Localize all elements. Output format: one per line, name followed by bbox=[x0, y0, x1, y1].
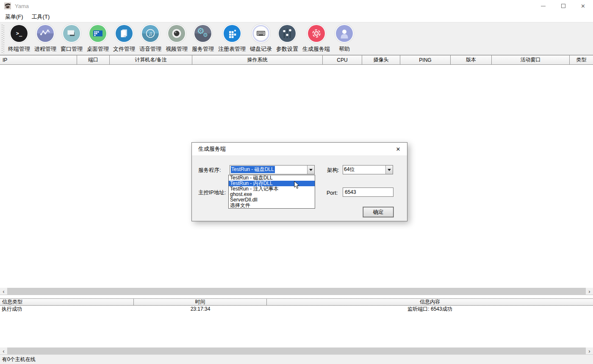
camera-eye-icon bbox=[168, 25, 185, 42]
dropdown-item[interactable]: 选择文件 bbox=[229, 203, 315, 208]
scrollbar-thumb[interactable] bbox=[7, 347, 586, 354]
dialog-close-button[interactable]: ✕ bbox=[389, 143, 407, 155]
top-horizontal-scrollbar: ‹ › bbox=[0, 288, 593, 295]
svg-text:♫: ♫ bbox=[148, 30, 152, 37]
toolbar-item-label: 进程管理 bbox=[34, 45, 56, 53]
service-program-value: TestRun - 磁盘DLL bbox=[231, 166, 275, 173]
toolbar-gripper-icon[interactable] bbox=[2, 25, 4, 53]
maximize-icon bbox=[561, 4, 565, 8]
toolbar-item-label: 终端管理 bbox=[8, 45, 30, 53]
toolbar-item-label: 参数设置 bbox=[276, 45, 298, 53]
column-header-ip[interactable]: IP bbox=[0, 55, 77, 64]
host-list-header: IP 端口 计算机名/备注 操作系统 CPU 摄像头 PING 版本 活动窗口 … bbox=[0, 55, 593, 65]
dropdown-item[interactable]: TestRun - 注入记事本 bbox=[229, 186, 315, 192]
ok-button-label: 确定 bbox=[373, 209, 384, 216]
log-cell-content: 监听端口: 6543成功 bbox=[267, 306, 593, 313]
scroll-right-icon[interactable]: › bbox=[586, 347, 593, 354]
log-cell-time: 23:17:34 bbox=[134, 306, 267, 312]
window-icon bbox=[63, 25, 80, 42]
toolbar-item-desktop[interactable]: 桌面管理 bbox=[85, 22, 111, 53]
column-header-message-type[interactable]: 信息类型 bbox=[0, 299, 134, 305]
desktop-icon bbox=[89, 25, 106, 42]
toolbar-item-window[interactable]: 窗口管理 bbox=[58, 22, 85, 53]
dropdown-item[interactable]: TestRun - 磁盘DLL bbox=[229, 175, 315, 181]
column-header-camera[interactable]: 摄像头 bbox=[362, 55, 400, 64]
toolbar-item-label: 注册表管理 bbox=[218, 45, 246, 53]
column-header-message-content[interactable]: 信息内容 bbox=[267, 299, 593, 305]
toolbar-item-terminal[interactable]: >_ 终端管理 bbox=[6, 22, 32, 53]
file-icon bbox=[116, 25, 133, 42]
toolbar-item-process[interactable]: 进程管理 bbox=[32, 22, 58, 53]
dropdown-item[interactable]: ghost.exe bbox=[229, 192, 315, 197]
close-button[interactable]: ✕ bbox=[573, 0, 593, 12]
dialog-titlebar: 生成服务端 ✕ bbox=[192, 143, 407, 155]
menu-item-tools[interactable]: 工具(T) bbox=[28, 12, 54, 22]
port-input[interactable] bbox=[343, 188, 393, 197]
log-row[interactable]: 执行成功 23:17:34 监听端口: 6543成功 bbox=[0, 306, 593, 312]
column-header-type[interactable]: 类型 bbox=[570, 55, 593, 64]
combo-dropdown-button[interactable] bbox=[385, 165, 393, 174]
column-header-version[interactable]: 版本 bbox=[451, 55, 492, 64]
column-header-ping[interactable]: PING bbox=[400, 55, 451, 64]
close-icon: ✕ bbox=[581, 3, 585, 9]
gears-icon: ⚙ ⚙ bbox=[194, 25, 211, 42]
scroll-left-icon[interactable]: ‹ bbox=[0, 347, 7, 354]
music-note-icon: ♫ bbox=[142, 25, 159, 42]
port-label: Port: bbox=[327, 190, 338, 196]
scroll-right-icon[interactable]: › bbox=[586, 288, 593, 295]
service-program-combobox[interactable]: TestRun - 磁盘DLL bbox=[230, 165, 315, 174]
toolbar-item-label: 语音管理 bbox=[139, 45, 161, 53]
statusbar: 有0个主机在线 bbox=[0, 354, 593, 364]
keyboard-icon bbox=[252, 25, 269, 42]
arch-combobox[interactable]: 64位 bbox=[343, 165, 393, 174]
target-icon bbox=[308, 25, 325, 42]
column-header-computer-name[interactable]: 计算机名/备注 bbox=[110, 55, 192, 64]
mouse-cursor-icon bbox=[294, 181, 300, 189]
log-cell-type: 执行成功 bbox=[0, 306, 134, 313]
minimize-icon bbox=[541, 6, 546, 6]
log-area: 执行成功 23:17:34 监听端口: 6543成功 bbox=[0, 306, 593, 347]
toolbar-item-service[interactable]: ⚙ ⚙ 服务管理 bbox=[190, 22, 216, 53]
menubar: 菜单(F) 工具(T) bbox=[0, 12, 593, 22]
toolbar-item-label: 服务管理 bbox=[192, 45, 214, 53]
dropdown-item[interactable]: ServerDll.dll bbox=[229, 197, 315, 203]
combo-dropdown-button[interactable] bbox=[307, 165, 314, 174]
scrollbar-thumb[interactable] bbox=[7, 288, 586, 295]
toolbar-item-label: 文件管理 bbox=[113, 45, 135, 53]
toolbar-item-help[interactable]: 帮助 bbox=[332, 22, 357, 53]
minimize-button[interactable] bbox=[533, 0, 553, 12]
toolbar-item-keylogger[interactable]: 键盘记录 bbox=[248, 22, 274, 53]
toolbar-item-audio[interactable]: ♫ 语音管理 bbox=[137, 22, 163, 53]
dropdown-item-selected[interactable]: TestRun - 内存DLL bbox=[229, 181, 315, 186]
pane-splitter[interactable] bbox=[0, 295, 593, 299]
scroll-left-icon[interactable]: ‹ bbox=[0, 288, 7, 295]
arch-value: 64位 bbox=[344, 166, 355, 172]
chevron-down-icon bbox=[388, 169, 391, 171]
service-program-dropdown-list: TestRun - 磁盘DLL TestRun - 内存DLL TestRun … bbox=[228, 175, 315, 209]
log-header: 信息类型 时间 信息内容 bbox=[0, 299, 593, 306]
window-title: Yama bbox=[15, 3, 29, 9]
column-header-port[interactable]: 端口 bbox=[77, 55, 110, 64]
maximize-button[interactable] bbox=[553, 0, 573, 12]
activity-graph-icon bbox=[37, 25, 54, 42]
column-header-active-window[interactable]: 活动窗口 bbox=[492, 55, 570, 64]
toolbar-item-label: 生成服务端 bbox=[302, 45, 330, 53]
column-header-os[interactable]: 操作系统 bbox=[192, 55, 323, 64]
toolbar-item-label: 窗口管理 bbox=[61, 45, 83, 53]
toolbar-item-settings[interactable]: 参数设置 bbox=[274, 22, 300, 53]
menu-item-menu[interactable]: 菜单(F) bbox=[1, 12, 28, 22]
column-header-time[interactable]: 时间 bbox=[134, 299, 267, 305]
chevron-down-icon bbox=[309, 169, 313, 171]
titlebar: Yama ✕ bbox=[0, 0, 593, 12]
master-ip-label: 主控IP地址: bbox=[198, 189, 226, 196]
toolbar-item-label: 桌面管理 bbox=[87, 45, 109, 53]
toolbar-item-registry[interactable]: 注册表管理 bbox=[216, 22, 248, 53]
column-header-cpu[interactable]: CPU bbox=[323, 55, 362, 64]
toolbar-item-generate-server[interactable]: 生成服务端 bbox=[300, 22, 332, 53]
toolbar-item-file[interactable]: 文件管理 bbox=[111, 22, 137, 53]
bottom-horizontal-scrollbar: ‹ › bbox=[0, 347, 593, 354]
close-icon: ✕ bbox=[396, 146, 401, 152]
app-logo-icon bbox=[4, 3, 11, 9]
toolbar-item-video[interactable]: 视频管理 bbox=[163, 22, 190, 53]
ok-button[interactable]: 确定 bbox=[363, 207, 393, 217]
